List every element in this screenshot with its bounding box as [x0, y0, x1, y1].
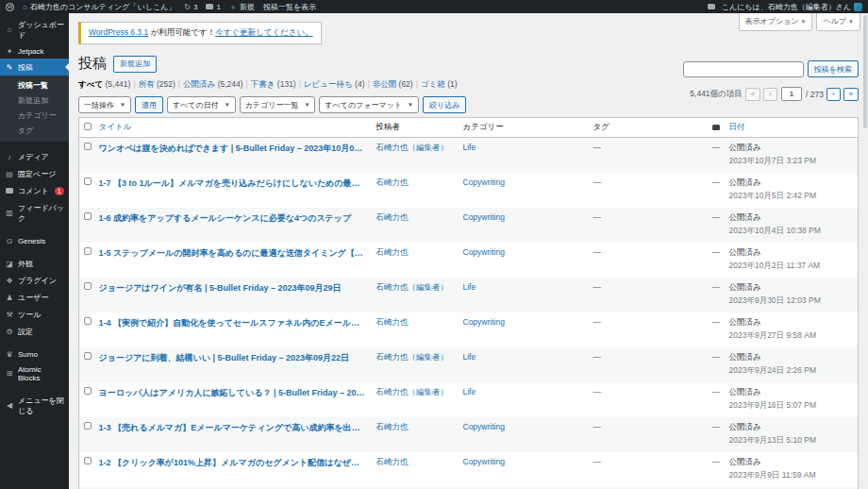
update-now-link[interactable]: 今すぐ更新してください。	[215, 27, 313, 37]
post-title-link[interactable]: 1-4 【実例で紹介】自動化を使ってセールスファネル内のEメールのセグメント配信…	[99, 317, 367, 329]
post-title-link[interactable]: ジョージアに到着、結構いい | 5-Bullet Friday – 2023年0…	[99, 352, 367, 364]
post-category-link[interactable]: Copywriting	[463, 317, 505, 327]
view-posts-link[interactable]: 投稿一覧を表示	[263, 2, 316, 12]
post-title-link[interactable]: 1-6 成約率をアップするメールシーケンスに必要な4つのステップ	[99, 212, 367, 225]
post-title-link[interactable]: ヨーロッパ人はアメリカ人に嫉妬している？ | 5-Bullet Friday –…	[99, 387, 367, 399]
my-account-menu[interactable]: こんにちは、石崎力也（編集者）さん	[722, 2, 862, 12]
view-filter-link[interactable]: レビュー待ち (4)	[304, 79, 365, 89]
sidebar-item-tools[interactable]: ⚒ツール	[0, 306, 69, 323]
submenu-item[interactable]: カテゴリー	[0, 108, 69, 123]
screen-options-button[interactable]: 表示オプション▼	[739, 13, 813, 31]
post-author-link[interactable]: 石崎力也	[376, 457, 409, 466]
view-count: (252)	[157, 79, 175, 89]
search-input[interactable]	[683, 61, 804, 77]
sidebar-item-plugins[interactable]: ❖プラグイン	[0, 272, 69, 289]
scrollbar-thumb[interactable]	[863, 15, 867, 128]
post-title-link[interactable]: 1-3 【売れるメルマガ】Eメールマーケティングで高い成約率を出すための3つのフ…	[99, 422, 367, 434]
view-filter-link[interactable]: ゴミ箱 (1)	[421, 79, 458, 89]
comments-count: 1	[216, 3, 220, 11]
column-date[interactable]: 日付	[725, 118, 859, 138]
sidebar-item-settings[interactable]: ⚙設定	[0, 323, 69, 340]
updates-menu[interactable]: ↻ 3	[184, 3, 197, 11]
post-title-link[interactable]: ワンオペは腹を決めればできます | 5-Bullet Friday – 2023…	[99, 143, 367, 155]
current-page-input[interactable]	[781, 87, 802, 101]
post-author-link[interactable]: 石崎力也	[376, 247, 409, 257]
post-author-link[interactable]: 石崎力也（編集者）	[376, 352, 449, 362]
sidebar-item-feedback[interactable]: ▥フィードバック	[0, 199, 69, 227]
category-filter-select[interactable]: カテゴリー一覧▼	[240, 96, 316, 113]
sidebar-item-pages[interactable]: ▤固定ページ	[0, 165, 69, 182]
row-checkbox[interactable]	[84, 177, 92, 185]
sidebar-item-jetpack[interactable]: ✦Jetpack	[0, 43, 69, 59]
row-checkbox[interactable]	[84, 282, 92, 290]
sidebar-item-collapse[interactable]: ◀メニューを閉じる	[0, 392, 69, 419]
bulk-action-select[interactable]: 一括操作▼	[78, 96, 131, 113]
post-author-link[interactable]: 石崎力也	[376, 177, 409, 187]
post-author-link[interactable]: 石崎力也（編集者）	[376, 282, 449, 292]
new-content-menu[interactable]: ＋ 新規	[229, 2, 255, 12]
post-title-link[interactable]: 1-2 【クリック率が101%上昇】メルマガのセグメント配信はなぜ必要なのか？	[99, 457, 367, 469]
post-category-link[interactable]: Life	[463, 387, 476, 396]
next-page-button[interactable]: ›	[826, 88, 841, 101]
sidebar-item-atomic-blocks[interactable]: ⊞Atomic Blocks	[0, 362, 69, 385]
view-filter-link[interactable]: 所有 (252)	[139, 79, 175, 89]
post-author-link[interactable]: 石崎力也（編集者）	[376, 387, 449, 396]
view-filter-link[interactable]: 非公開 (62)	[373, 79, 413, 89]
sidebar-item-media[interactable]: ♪メディア	[0, 148, 69, 165]
post-author-link[interactable]: 石崎力也（編集者）	[376, 143, 449, 152]
column-title[interactable]: タイトル	[94, 118, 372, 138]
row-checkbox[interactable]	[84, 317, 92, 325]
sidebar-item-posts[interactable]: ✎投稿	[0, 59, 69, 76]
post-category-link[interactable]: Life	[463, 143, 476, 152]
sidebar-item-dashboard[interactable]: ⌂ダッシュボード	[0, 16, 69, 43]
select-all-checkbox[interactable]	[84, 123, 92, 130]
post-category-link[interactable]: Life	[463, 282, 476, 292]
help-button[interactable]: ヘルプ▼	[816, 13, 860, 31]
post-title-link[interactable]: 1-7 【3 to 1ルール】メルマガを売り込みだらけにしないための最適なセール…	[99, 177, 367, 190]
row-checkbox[interactable]	[84, 352, 92, 360]
post-author-link[interactable]: 石崎力也	[376, 422, 409, 431]
notification-bubble-icon[interactable]	[708, 4, 715, 9]
view-filter-link[interactable]: 公開済み (5,244)	[183, 79, 243, 89]
chevron-down-icon: ▼	[408, 102, 413, 108]
filter-button[interactable]: 絞り込み	[423, 96, 466, 113]
apply-button[interactable]: 適用	[135, 96, 163, 113]
row-checkbox[interactable]	[84, 247, 92, 255]
sidebar-item-comments[interactable]: コメント1	[0, 182, 69, 199]
add-new-post-button[interactable]: 新規追加	[113, 56, 157, 73]
post-category-link[interactable]: Copywriting	[463, 457, 505, 466]
sidebar-item-sumo[interactable]: ♛Sumo	[0, 346, 69, 362]
post-author-link[interactable]: 石崎力也	[376, 317, 409, 327]
last-page-button[interactable]: »	[843, 88, 859, 101]
first-page-button: «	[745, 88, 760, 101]
submenu-item[interactable]: 新規追加	[0, 93, 69, 108]
post-category-link[interactable]: Life	[463, 352, 476, 362]
post-title-link[interactable]: 1-5 ステップメールの開封率を高めるのに最適な送信タイミング【フィボナッチ・シ…	[99, 247, 367, 260]
site-name-menu[interactable]: ⌂ 石崎力也のコンサルティング「いしこん」	[23, 2, 175, 12]
view-filter-link[interactable]: すべて (5,441)	[78, 79, 130, 89]
search-posts-button[interactable]: 投稿を検索	[808, 60, 859, 77]
comments-menu[interactable]: 1	[206, 3, 220, 11]
submenu-item[interactable]: 投稿一覧	[0, 77, 69, 93]
row-checkbox[interactable]	[84, 422, 92, 430]
row-checkbox[interactable]	[84, 387, 92, 395]
scrollbar[interactable]	[862, 13, 868, 489]
view-filter-link[interactable]: 下書き (131)	[251, 79, 296, 89]
row-checkbox[interactable]	[84, 212, 92, 220]
post-category-link[interactable]: Copywriting	[463, 177, 505, 187]
post-category-link[interactable]: Copywriting	[463, 247, 505, 257]
post-title-link[interactable]: ジョージアはワインが有名 | 5-Bullet Friday – 2023年09…	[99, 282, 367, 295]
format-filter-select[interactable]: すべてのフォーマット▼	[319, 96, 419, 113]
date-filter-select[interactable]: すべての日付▼	[167, 96, 236, 113]
sidebar-item-users[interactable]: ♟ユーザー	[0, 289, 69, 306]
post-category-link[interactable]: Copywriting	[463, 212, 505, 222]
post-category-link[interactable]: Copywriting	[463, 422, 505, 431]
row-checkbox[interactable]	[84, 457, 92, 464]
sidebar-item-appearance[interactable]: ◪外観	[0, 255, 69, 272]
post-author-link[interactable]: 石崎力也	[376, 212, 409, 222]
row-checkbox[interactable]	[84, 143, 92, 150]
wordpress-version-link[interactable]: WordPress 6.3.1	[89, 27, 148, 37]
sidebar-item-genesis[interactable]: GGenesis	[0, 233, 69, 248]
wordpress-logo-menu[interactable]: W	[6, 3, 14, 11]
submenu-item[interactable]: タグ	[0, 123, 69, 138]
